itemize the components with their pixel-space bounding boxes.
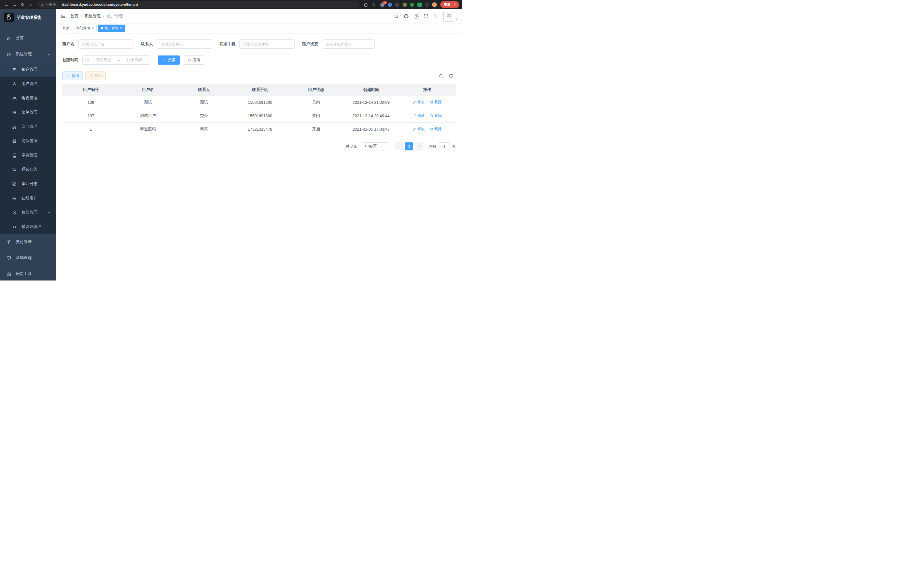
extension-icon[interactable] [417,3,422,7]
goto-page-input[interactable] [439,142,450,150]
delete-link[interactable]: 删除 [430,126,442,132]
sidebar-item-depts[interactable]: 部门管理 [0,120,56,134]
download-icon [89,74,93,78]
tag-close-icon[interactable]: × [120,27,122,30]
sidebar-item-home[interactable]: 首页 [0,30,56,46]
reload-icon[interactable]: ↻ [19,1,26,8]
sidebar-item-label: 短信管理 [21,210,43,215]
header-search-icon[interactable] [394,14,399,19]
search-button[interactable]: 搜索 [158,56,180,65]
extension-icon[interactable] [395,3,399,7]
browser-home-icon[interactable]: ⌂ [27,1,34,8]
edit-link[interactable]: 修改 [412,126,424,132]
help-icon[interactable]: ? [414,14,418,19]
reset-button-label: 重置 [193,57,201,63]
back-icon[interactable]: ← [3,1,10,8]
sidebar-item-online-users[interactable]: 在线用户 [0,191,56,205]
tag-tenant-active[interactable]: 租户管理 × [98,25,125,32]
page-number-button[interactable]: 1 [405,142,413,150]
sidebar-item-roles[interactable]: 角色管理 [0,91,56,105]
caret-down-icon: ▾ [455,18,457,22]
sidebar-item-label: 支付管理 [16,239,43,244]
online-signal-icon [12,196,17,201]
tenant-table: 租户编号 租户名 联系人 联系手机 租户状态 创建时间 操作 108 测试 测试 [62,84,456,136]
chevron-down-icon [47,256,51,260]
date-range-separator: - [118,58,120,62]
font-size-icon[interactable] [434,14,439,19]
tenant-status-select-input[interactable] [322,39,375,49]
sidebar-item-sms[interactable]: 短信管理 [0,205,56,220]
page-size-value[interactable] [362,142,389,150]
forward-icon[interactable]: → [11,1,18,8]
navbar-actions: ? ▾ [394,11,457,22]
sidebar-item-error-codes[interactable]: 错误码管理 [0,220,56,234]
next-page-button[interactable] [416,142,423,150]
cell-status: 开启 [289,122,344,136]
delete-link[interactable]: 删除 [430,99,442,105]
edit-icon [412,114,416,117]
extension-icon[interactable] [403,3,407,7]
page-unit-label: 页 [452,144,456,149]
column-header: 租户编号 [62,84,119,96]
contact-mobile-input[interactable] [239,39,295,49]
sidebar-item-payment[interactable]: ¥ 支付管理 [0,234,56,250]
sidebar-collapse-icon[interactable] [56,9,70,23]
contact-name-input[interactable] [157,39,212,49]
cell-tenant-name: 测试 [119,96,177,109]
filter-row-1: 租户名 联系人 联系手机 租户状态 [62,39,456,49]
refresh-table-icon[interactable] [448,74,453,78]
fullscreen-icon[interactable] [423,14,429,19]
app-title: 芋道管理系统 [16,15,41,20]
cell-actions: 修改 删除 [399,122,456,136]
active-dot [101,27,103,29]
cell-contact: 测试 [176,96,231,109]
tenant-name-label: 租户名 [62,41,74,47]
page-size-select[interactable] [362,142,389,150]
update-button[interactable]: 更新 ⋮ [440,1,459,8]
user-avatar-menu[interactable]: ▾ [443,11,457,22]
sidebar-item-dict[interactable]: 字典管理 [0,148,56,162]
create-time-range-picker[interactable]: 开始日期 - 结束日期 [82,56,150,65]
sidebar-item-system[interactable]: 系统管理 [0,46,56,62]
share-icon[interactable] [362,1,369,8]
extension-icon[interactable] [425,3,429,7]
sidebar-item-notice[interactable]: 通知公告 [0,162,56,177]
menu-kebab-icon[interactable]: ⋮ [452,3,458,7]
app-logo[interactable]: 芋道管理系统 [0,9,56,26]
delete-label: 删除 [434,126,442,132]
extension-icon[interactable]: 10 [380,3,385,7]
sidebar-item-devtools[interactable]: 研发工具 [0,266,56,281]
toggle-search-icon[interactable] [439,74,443,78]
create-time-label: 创建时间 [62,57,78,63]
org-tree-icon [12,124,17,129]
sidebar-item-tenant[interactable]: 租户管理 [0,62,56,77]
add-button[interactable]: 新增 [62,71,82,80]
sidebar-item-label: 用户管理 [21,81,51,86]
extension-icon[interactable] [388,3,392,7]
breadcrumb-item[interactable]: 系统管理 [85,14,100,19]
delete-link[interactable]: 删除 [430,113,442,118]
edit-link[interactable]: 修改 [412,113,424,118]
export-button[interactable]: 导出 [86,71,106,80]
profile-avatar[interactable] [432,2,437,7]
breadcrumb-item[interactable]: 首页 [70,14,78,19]
breadcrumb: 首页 / 系统管理 / 租户管理 [70,14,123,19]
edit-link[interactable]: 修改 [412,99,424,105]
prev-page-button[interactable] [395,142,403,150]
sidebar-item-infra[interactable]: 基础设施 [0,250,56,266]
tenant-status-select[interactable] [322,39,375,49]
security-warning-icon: ⚠ [40,3,44,7]
tag-home[interactable]: 首页 [60,25,72,32]
tag-dept[interactable]: 部门管理 × [74,25,97,32]
reset-button[interactable]: 重置 [183,56,205,65]
sidebar-item-posts[interactable]: 岗位管理 [0,134,56,148]
tenant-name-input[interactable] [78,39,134,49]
github-icon[interactable] [404,14,409,19]
sidebar-item-audit-log[interactable]: 审计日志 [0,177,56,191]
extension-icon[interactable]: ✓ [410,3,414,7]
bookmark-star-icon[interactable]: ☆ [370,1,377,8]
tag-close-icon[interactable]: × [92,27,94,30]
sidebar-item-users[interactable]: 用户管理 [0,77,56,91]
sidebar-item-menus[interactable]: 菜单管理 [0,105,56,120]
address-bar[interactable]: ⚠ 不安全 dashboard.yudao.iocoder.cn/system/… [37,1,359,8]
